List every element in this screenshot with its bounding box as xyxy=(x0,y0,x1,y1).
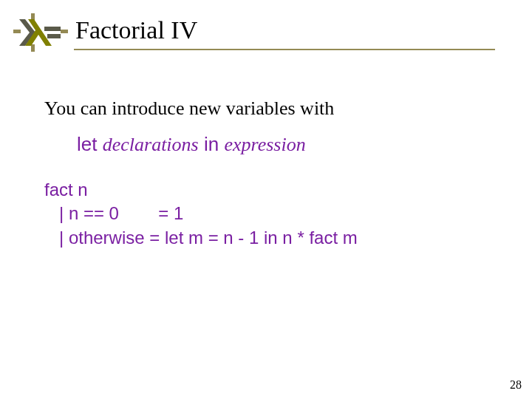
keyword-let: let xyxy=(77,133,97,155)
svg-rect-3 xyxy=(61,30,68,33)
code-block: fact n | n == 0 = 1 | otherwise = let m … xyxy=(44,178,502,250)
slide: Factorial IV You can introduce new varia… xyxy=(0,0,532,399)
title-underline xyxy=(74,49,495,50)
intro-text: You can introduce new variables with xyxy=(44,98,502,120)
slide-title: Factorial IV xyxy=(75,16,197,44)
haskell-logo-icon xyxy=(13,13,68,52)
page-number: 28 xyxy=(510,378,522,392)
svg-marker-5 xyxy=(25,19,52,46)
code-line: | n == 0 = 1 xyxy=(44,203,183,223)
svg-rect-1 xyxy=(31,44,35,52)
svg-rect-2 xyxy=(13,30,21,33)
let-syntax-line: let declarations in expression xyxy=(77,133,502,156)
placeholder-declarations: declarations xyxy=(103,134,199,155)
svg-rect-6 xyxy=(44,27,61,31)
code-line: | otherwise = let m = n - 1 in n * fact … xyxy=(44,228,358,248)
placeholder-expression: expression xyxy=(224,134,305,155)
code-line: fact n xyxy=(44,180,88,200)
slide-body: You can introduce new variables with let… xyxy=(44,98,502,250)
keyword-in: in xyxy=(204,133,219,155)
svg-rect-7 xyxy=(47,34,61,38)
